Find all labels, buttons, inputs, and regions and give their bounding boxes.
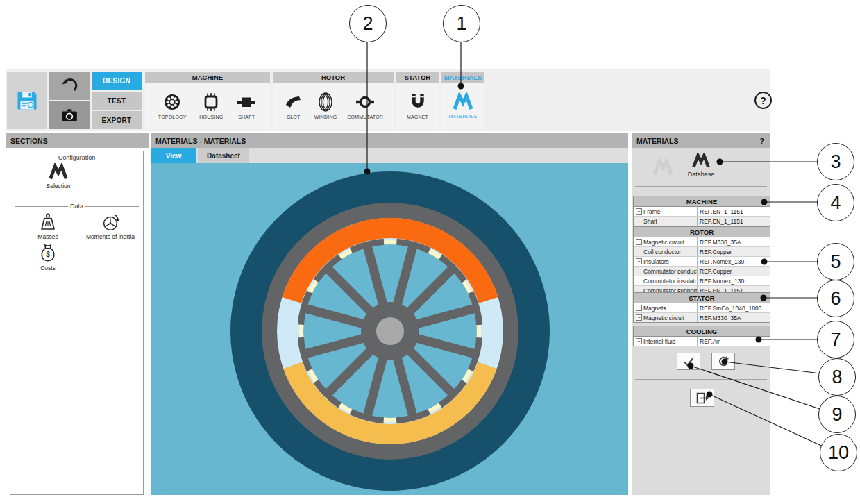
expand-icon[interactable]: + [636,239,642,245]
sections-header: SECTIONS [6,133,149,148]
topology-label: TOPOLOGY [158,115,187,119]
expand-icon[interactable]: + [636,258,642,264]
table-row: +Internal fluid REF.Air [634,337,770,346]
save-icon [15,88,40,113]
tab-datasheet[interactable]: Datasheet [198,148,249,163]
commutator-icon [355,92,376,112]
masses-label: Masses [37,233,58,240]
table-row: +Insulators REF.Nomex_130 [634,257,770,267]
export-tab[interactable]: EXPORT [92,111,142,129]
table-row: +Magnets REF.SmCo_1040_1800 [634,303,770,313]
sidebar-item-masses[interactable]: Masses [23,212,73,240]
slot-label: SLOT [287,115,300,119]
save-button[interactable] [7,72,47,129]
sidebar-item-costs[interactable]: $ Costs [23,242,73,271]
shaft-button[interactable]: SHAFT [236,92,257,119]
machine-group: MACHINE TOPOLOGY HOUSING [145,72,270,129]
export-materials-button[interactable] [690,389,714,407]
topology-button[interactable]: TOPOLOGY [158,92,187,119]
tab-view[interactable]: View [151,148,196,163]
material-value[interactable]: REF.EN_1_1151 [698,207,770,216]
callout-7: 7 [817,321,854,358]
callout-10: 10 [820,434,857,471]
rotor-table: ROTOR +Magnetic circuit REF.M330_35A Coi… [633,226,770,296]
screenshot-button[interactable] [49,101,90,129]
table-row: Commutator insulator REF.Nomex_130 [634,276,770,286]
materials-button[interactable]: MATERIALS [449,92,478,119]
materials-view-canvas[interactable] [151,163,628,495]
masses-icon [36,212,60,232]
materials-group: MATERIALS MATERIALS [441,72,484,129]
callout-6: 6 [817,280,854,317]
restore-button[interactable] [711,353,735,370]
restore-icon [718,355,730,367]
materials-panel-header: MATERIALS ? [632,133,770,148]
view-title-text: MATERIALS - MATERIALS [155,137,246,145]
callout-4: 4 [817,184,854,221]
expand-icon[interactable]: + [636,305,642,311]
magnet-label: MAGNET [407,115,428,119]
materials-group-title: MATERIALS [441,72,484,83]
material-value[interactable]: REF.Nomex_130 [698,276,770,285]
callout-2: 2 [349,5,387,42]
slot-button[interactable]: SLOT [283,92,304,119]
housing-label: HOUSING [199,115,223,119]
shaft-label: SHAFT [238,115,255,119]
table-row: Coil conductor REF.Copper [634,247,770,257]
topology-icon [162,92,183,112]
cooling-table-title: COOLING [634,326,770,337]
expand-icon[interactable]: + [636,208,642,215]
expand-icon[interactable]: + [636,338,642,344]
undo-button[interactable] [49,72,90,100]
panel-help-icon[interactable]: ? [760,137,764,145]
sidebar-item-moments-of-inertia[interactable]: Moments of inertia [78,212,142,240]
housing-icon [201,92,221,112]
selection-label: Selection [47,183,71,190]
rotor-table-title: ROTOR [634,227,770,237]
stator-table-title: STATOR [634,293,770,303]
stator-group-title: STATOR [396,72,439,83]
callout-9: 9 [818,396,856,433]
magnet-button[interactable]: MAGNET [407,92,428,119]
material-value[interactable]: REF.Nomex_130 [698,257,770,266]
motor-cross-section [151,163,628,495]
material-value[interactable]: REF.Copper [698,267,770,276]
magnet-icon [407,92,428,112]
material-value[interactable]: REF.SmCo_1040_1800 [698,303,770,312]
table-row: Shaft REF.EN_1_1151 [634,217,770,226]
help-button[interactable]: ? [754,92,772,109]
table-row: Commutator conductor REF.Copper [634,267,770,276]
commutator-label: COMMUTATOR [347,115,383,119]
selection-icon [47,163,69,181]
svg-text:$: $ [46,251,50,258]
apply-button[interactable] [677,353,700,370]
materials-icon [451,92,475,112]
expand-icon[interactable]: + [636,314,642,321]
design-tab[interactable]: DESIGN [92,72,142,90]
moments-of-inertia-icon [99,212,121,232]
winding-button[interactable]: WINDING [314,92,337,119]
material-value[interactable]: REF.EN_1_1151 [698,217,770,226]
database-button[interactable]: Database [680,153,722,178]
material-value[interactable]: REF.Copper [698,247,770,256]
check-icon [682,355,695,368]
callout-1: 1 [443,5,480,42]
test-tab[interactable]: TEST [92,92,142,110]
machine-group-title: MACHINE [145,72,270,83]
rotor-group-title: ROTOR [273,72,394,83]
material-value[interactable]: REF.M330_35A [698,313,770,322]
view-tab-bar: View Datasheet [151,148,628,163]
material-value[interactable]: REF.M330_35A [698,237,770,246]
commutator-button[interactable]: COMMUTATOR [347,92,383,119]
housing-button[interactable]: HOUSING [199,92,223,119]
database-label: Database [688,171,715,178]
moments-of-inertia-label: Moments of inertia [86,233,135,240]
shaft-icon [236,92,257,112]
materials-panel-title: MATERIALS [636,137,678,145]
materials-watermark-icon [651,158,675,177]
stator-table: STATOR +Magnets REF.SmCo_1040_1800 +Magn… [633,292,770,323]
sidebar-item-selection[interactable]: Selection [28,163,88,190]
machine-table: MACHINE +Frame REF.EN_1_1151 Shaft REF.E… [633,196,770,226]
material-value[interactable]: REF.Air [698,337,770,346]
slot-icon [283,92,304,112]
